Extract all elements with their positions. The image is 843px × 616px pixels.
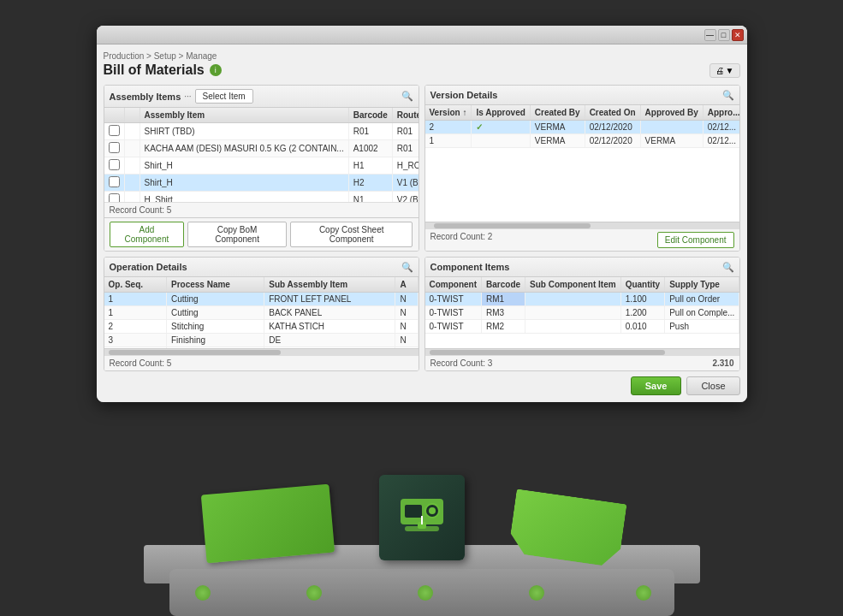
maximize-button[interactable]: □ xyxy=(718,29,730,41)
component-items-title: Component Items xyxy=(430,262,510,272)
col-route-id: Route ID xyxy=(392,108,418,123)
comp-barcode: RM1 xyxy=(482,293,525,306)
assembly-row[interactable]: KACHA AAM (DESI) MASURI 0.5 KG (2 CONTAI… xyxy=(104,140,419,157)
assembly-route: H_ROUTE xyxy=(392,157,418,175)
version-record-count: Record Count: 2 Edit Component xyxy=(425,228,739,251)
comp-supply: Pull on Order xyxy=(665,293,739,306)
operation-details-title: Operation Details xyxy=(110,262,187,272)
page-header: Bill of Materials i 🖨 ▼ xyxy=(104,62,740,78)
row-checkbox[interactable] xyxy=(104,123,125,140)
version-num: 2 xyxy=(425,121,472,134)
op-process: Finishing xyxy=(166,334,264,347)
op-sub-item: BACK PANEL xyxy=(264,306,395,320)
assembly-barcode: H1 xyxy=(348,157,392,175)
assembly-item-name: Shirt_H xyxy=(140,157,348,175)
component-search-icon[interactable]: 🔍 xyxy=(722,261,734,273)
h-scrollbar[interactable] xyxy=(425,222,739,228)
op-seq: 1 xyxy=(104,306,167,320)
assembly-route: R01 xyxy=(392,140,418,157)
col-op-seq: Op. Seq. xyxy=(104,277,167,293)
version-created-on: 02/12/2020 xyxy=(585,121,640,134)
op-process: Cutting xyxy=(166,306,264,320)
operation-row[interactable]: 1 Cutting FRONT LEFT PANEL N xyxy=(104,293,419,306)
version-approved-by: VERMA xyxy=(640,134,703,148)
monitor-screen: — □ ✕ Production > Setup > Manage Bill o… xyxy=(97,26,747,402)
sewing-machine-icon xyxy=(396,492,448,543)
close-main-button[interactable]: Close xyxy=(686,376,739,395)
col-a: A xyxy=(395,277,418,293)
save-button[interactable]: Save xyxy=(631,376,682,395)
comp-name: 0-TWIST xyxy=(425,306,482,320)
close-button[interactable]: ✕ xyxy=(732,29,744,41)
row-checkbox[interactable] xyxy=(104,175,125,192)
component-row[interactable]: 0-TWIST RM1 1.100 Pull on Order No xyxy=(425,293,739,306)
copy-bom-button[interactable]: Copy BoM Component xyxy=(187,222,287,247)
col-sub-assembly: Sub Assembly Item xyxy=(264,277,395,293)
assembly-search-icon[interactable]: 🔍 xyxy=(401,91,413,103)
col-created-on: Created On xyxy=(585,105,640,121)
stand-base xyxy=(169,569,674,616)
operation-row[interactable]: 1 Cutting BACK PANEL N xyxy=(104,306,419,320)
col-version: Version ↑ xyxy=(425,105,472,121)
assembly-items-table: Assembly Item Barcode Route ID SHIRT (TB… xyxy=(104,108,419,202)
operation-row[interactable]: 3 Finishing DE N xyxy=(104,334,419,347)
col-assembly-item: Assembly Item xyxy=(140,108,348,123)
assembly-row[interactable]: SHIRT (TBD) R01 R01 xyxy=(104,123,419,140)
assembly-row[interactable]: Shirt_H H1 H_ROUTE xyxy=(104,157,419,175)
copy-cost-button[interactable]: Copy Cost Sheet Component xyxy=(290,222,413,247)
op-seq: 3 xyxy=(104,334,167,347)
version-appro: 02/12... xyxy=(703,121,739,134)
assembly-barcode: N1 xyxy=(348,192,392,203)
op-a: N xyxy=(395,334,418,347)
add-component-button[interactable]: Add Component xyxy=(110,222,185,247)
operation-search-icon[interactable]: 🔍 xyxy=(401,261,413,273)
version-details-table: Version ↑ Is Approved Created By Created… xyxy=(425,105,739,222)
operation-row[interactable]: 2 Stitching KATHA STICH N xyxy=(104,320,419,334)
minimize-button[interactable]: — xyxy=(704,29,716,41)
component-items-header: Component Items 🔍 xyxy=(425,258,739,277)
version-row[interactable]: 2 ✓ VERMA 02/12/2020 02/12... xyxy=(425,121,739,134)
version-appro: 02/12... xyxy=(703,134,739,148)
component-row[interactable]: 0-TWIST RM3 1.200 Pull on Comple... No xyxy=(425,306,739,320)
component-record-count: Record Count: 3 2.310 xyxy=(425,355,739,370)
comp-name: 0-TWIST xyxy=(425,293,482,306)
assembly-item-name: H_Shirt xyxy=(140,192,348,203)
version-row[interactable]: 1 VERMA 02/12/2020 VERMA 02/12... xyxy=(425,134,739,148)
version-details-panel: Version Details 🔍 Version ↑ Is Approved … xyxy=(424,85,740,252)
comp-barcode: RM3 xyxy=(482,306,525,320)
assembly-route: R01 xyxy=(392,123,418,140)
assembly-footer: Add Component Copy BoM Component Copy Co… xyxy=(104,217,419,251)
conveyor-dot-3 xyxy=(418,585,433,601)
print-dropdown-icon: ▼ xyxy=(726,66,734,75)
comp-supply: Push xyxy=(665,320,739,334)
select-item-button[interactable]: Select Item xyxy=(195,89,253,104)
version-details-title: Version Details xyxy=(430,90,498,100)
col-supply-type: Supply Type xyxy=(665,277,739,293)
row-checkbox[interactable] xyxy=(104,192,125,203)
assembly-items-dots[interactable]: ··· xyxy=(184,92,191,101)
assembly-item-name: SHIRT (TBD) xyxy=(140,123,348,140)
operation-details-header: Operation Details 🔍 xyxy=(104,258,419,277)
row-indicator xyxy=(124,175,140,192)
info-icon[interactable]: i xyxy=(210,64,222,76)
version-search-icon[interactable]: 🔍 xyxy=(722,89,734,101)
col-component: Component xyxy=(425,277,482,293)
assembly-row[interactable]: H_Shirt N1 V2 (BOW2) xyxy=(104,192,419,203)
version-num: 1 xyxy=(425,134,472,148)
comp-h-scrollbar[interactable] xyxy=(425,348,739,355)
edit-component-button[interactable]: Edit Component xyxy=(657,232,734,248)
conveyor-dot-1 xyxy=(195,585,211,601)
op-a: N xyxy=(395,306,418,320)
assembly-row[interactable]: Shirt_H H2 V1 (BOW) xyxy=(104,175,419,192)
op-a: N xyxy=(395,293,418,306)
col-quantity: Quantity xyxy=(620,277,665,293)
row-checkbox[interactable] xyxy=(104,157,125,175)
print-button[interactable]: 🖨 ▼ xyxy=(709,63,740,78)
op-h-scrollbar[interactable] xyxy=(104,348,419,355)
col-appro: Appro... xyxy=(703,105,739,121)
version-approved: ✓ xyxy=(472,121,530,134)
assembly-record-count: Record Count: 5 xyxy=(104,202,419,217)
component-row[interactable]: 0-TWIST RM2 0.010 Push No xyxy=(425,320,739,334)
col-check2 xyxy=(124,108,140,123)
row-checkbox[interactable] xyxy=(104,140,125,157)
